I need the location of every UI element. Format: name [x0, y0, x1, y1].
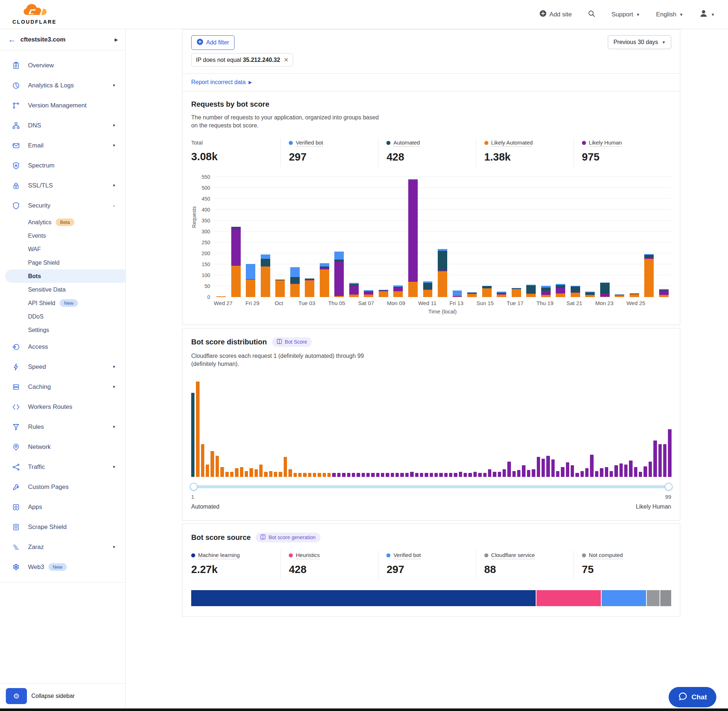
stacked-bar[interactable] [600, 283, 610, 297]
sidebar-item-traffic[interactable]: Traffic▼ [0, 457, 125, 477]
stacked-bar[interactable] [585, 292, 595, 297]
stacked-bar[interactable] [290, 267, 300, 297]
sidebar-item-ddos[interactable]: DDoS [0, 310, 125, 323]
distribution-bar [420, 473, 423, 476]
bar-slot [524, 177, 539, 297]
stacked-bar[interactable] [423, 282, 433, 297]
stacked-bar[interactable] [512, 288, 521, 297]
bar-slot [361, 177, 376, 297]
sidebar-item-overview[interactable]: Overview [0, 55, 125, 75]
x-tick-label: Sun 15 [476, 300, 494, 306]
stacked-bar[interactable] [393, 285, 403, 297]
sidebar-item-security[interactable]: Security▲ [0, 196, 125, 215]
chat-button[interactable]: Chat [669, 687, 716, 707]
filter-chip[interactable]: IP does not equal 35.212.240.32 ✕ [191, 53, 293, 66]
sidebar-item-analytics[interactable]: AnalyticsBeta [0, 215, 125, 229]
bar-segment-likely-automated [305, 280, 314, 297]
stacked-bar[interactable] [497, 292, 506, 297]
stacked-bar[interactable] [275, 280, 285, 297]
sidebar-item-rules[interactable]: Rules▼ [0, 417, 125, 437]
stacked-bar[interactable] [320, 263, 329, 297]
sidebar-item-api-shield[interactable]: API ShieldNew [0, 296, 125, 310]
stacked-bar[interactable] [246, 264, 255, 297]
distribution-bar [444, 473, 447, 476]
remove-filter-icon[interactable]: ✕ [284, 56, 288, 63]
bot-score-doc-badge[interactable]: Bot Score [272, 337, 312, 347]
bar-slot [568, 177, 583, 297]
book-icon [277, 339, 282, 345]
account-menu[interactable]: ▼ [699, 9, 715, 20]
add-site-button[interactable]: Add site [539, 10, 572, 19]
bar-segment-verified-bot [320, 263, 329, 266]
stacked-bar[interactable] [408, 179, 418, 297]
sidebar-item-sensitive-data[interactable]: Sensitive Data [0, 283, 125, 296]
support-menu[interactable]: Support ▼ [611, 11, 640, 18]
sidebar-item-scrape-shield[interactable]: Scrape Shield [0, 517, 125, 537]
date-range-dropdown[interactable]: Previous 30 days ▼ [608, 35, 671, 49]
slider-track[interactable] [191, 485, 671, 488]
sidebar-item-waf[interactable]: WAF [0, 242, 125, 256]
language-menu[interactable]: English ▼ [656, 11, 683, 18]
stacked-bar[interactable] [231, 227, 241, 297]
sidebar-item-dns[interactable]: DNS▼ [0, 115, 125, 136]
sidebar-item-network[interactable]: Network [0, 437, 125, 457]
sidebar-item-analytics-logs[interactable]: Analytics & Logs▼ [0, 75, 125, 95]
stacked-bar[interactable] [571, 286, 580, 297]
stat-likely-automated: Likely Automated1.38k [476, 138, 574, 167]
stacked-bar[interactable] [334, 252, 344, 297]
settings-gear-button[interactable]: ⚙ [6, 688, 27, 704]
sidebar-item-version-management[interactable]: Version Management [0, 95, 125, 115]
stacked-bar[interactable] [261, 254, 270, 297]
sidebar-item-workers-routes[interactable]: Workers Routes [0, 397, 125, 417]
bar-slot [229, 177, 244, 297]
sidebar-item-web3[interactable]: Web3New [0, 557, 125, 577]
sidebar-item-events[interactable]: Events [0, 229, 125, 242]
stacked-bar[interactable] [349, 283, 359, 297]
sidebar-item-page-shield[interactable]: Page Shield [0, 256, 125, 269]
stacked-bar[interactable] [541, 286, 551, 297]
distribution-bar [527, 470, 530, 476]
sidebar-item-bots[interactable]: Bots [5, 269, 125, 283]
stacked-bar[interactable] [630, 294, 639, 297]
bot-score-generation-doc-badge[interactable]: Bot score generation [255, 533, 320, 543]
sidebar-item-zaraz[interactable]: Zaraz▼ [0, 537, 125, 557]
sidebar-item-settings[interactable]: Settings [0, 323, 125, 337]
stacked-bar[interactable] [644, 254, 654, 297]
sidebar-item-spectrum[interactable]: Spectrum [0, 155, 125, 176]
stacked-bar[interactable] [467, 292, 477, 297]
add-filter-button[interactable]: Add filter [191, 35, 235, 50]
stacked-bar[interactable] [305, 279, 314, 297]
sidebar-item-custom-pages[interactable]: Custom Pages [0, 477, 125, 497]
sidebar-item-ssl-tls[interactable]: SSL/TLS▼ [0, 176, 125, 196]
stacked-bar[interactable] [615, 295, 624, 297]
legend-dot [289, 141, 293, 145]
distribution-bar [362, 473, 365, 476]
slider-handle-max[interactable] [665, 483, 673, 491]
site-switcher-caret-icon[interactable]: ▶ [115, 37, 118, 42]
sidebar-item-speed[interactable]: Speed▼ [0, 357, 125, 377]
stacked-bar[interactable] [526, 285, 536, 297]
stacked-bar[interactable] [659, 289, 669, 297]
stacked-bar[interactable] [438, 249, 447, 297]
bar-segment-likely-automated [467, 294, 477, 297]
sidebar-item-apps[interactable]: Apps [0, 497, 125, 517]
distribution-bar [473, 472, 477, 476]
search-button[interactable] [588, 10, 595, 19]
stacked-bar[interactable] [453, 291, 462, 297]
stacked-bar[interactable] [556, 284, 565, 297]
stacked-bar[interactable] [379, 290, 388, 297]
collapse-sidebar-label[interactable]: Collapse sidebar [31, 693, 75, 699]
report-incorrect-data-link[interactable]: Report incorrect data ▶ [182, 74, 680, 91]
stacked-bar[interactable] [482, 286, 492, 297]
stacked-bar[interactable] [216, 296, 226, 297]
sidebar-item-caching[interactable]: Caching▼ [0, 377, 125, 397]
slider-handle-min[interactable] [190, 483, 198, 491]
back-arrow-icon[interactable]: ← [8, 35, 21, 44]
bar-slot [420, 177, 435, 297]
sidebar-item-email[interactable]: Email▼ [0, 136, 125, 155]
cloudflare-logo[interactable]: CLOUDFLARE [12, 4, 56, 25]
distribution-bar [425, 473, 428, 476]
stacked-bar[interactable] [364, 290, 373, 297]
sidebar-item-label: API Shield [28, 300, 55, 307]
sidebar-item-access[interactable]: Access [0, 337, 125, 357]
